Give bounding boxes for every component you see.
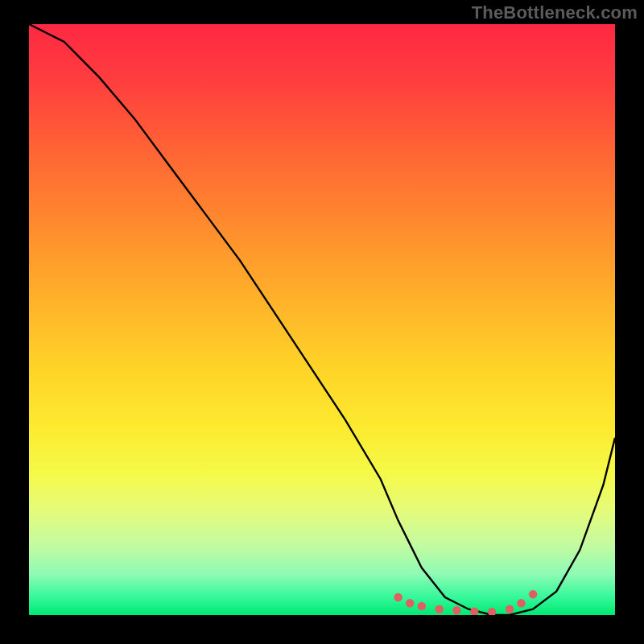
red-dot-marker [406,599,414,607]
plot-area [29,24,615,615]
red-dot-marker [517,599,525,607]
red-dot-marker [506,605,514,613]
red-dot-marker [529,590,537,598]
curve-svg [29,24,615,615]
red-dot-marker [394,593,402,601]
curve-markers [394,590,537,615]
red-dot-marker [418,602,426,610]
red-dot-marker [488,608,496,615]
watermark-text: TheBottleneck.com [472,2,638,23]
bottleneck-curve-line [29,24,615,615]
red-dot-marker [435,605,443,613]
red-dot-marker [470,607,478,615]
chart-container: TheBottleneck.com [0,0,644,644]
red-dot-marker [452,606,460,614]
